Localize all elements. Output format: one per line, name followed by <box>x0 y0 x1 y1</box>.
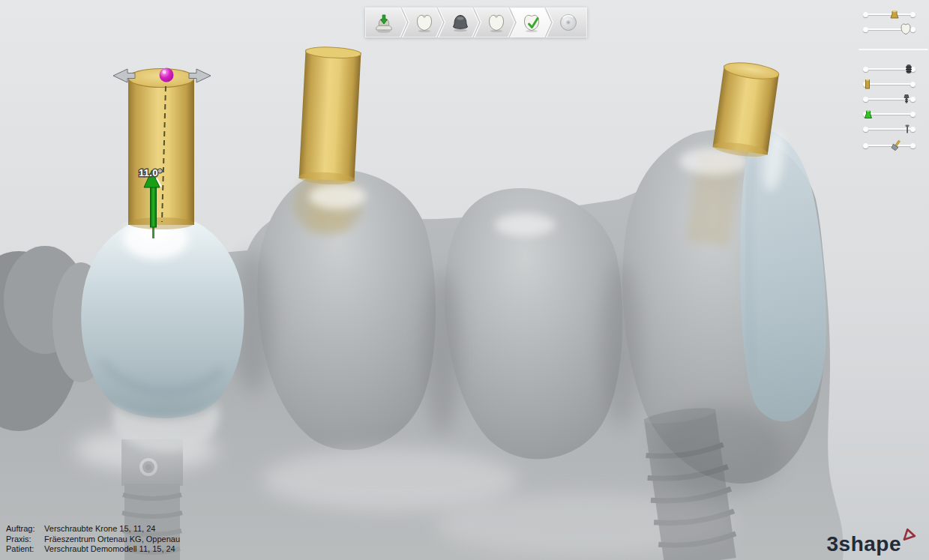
visibility-slider-abutment-screw[interactable] <box>863 92 916 106</box>
order-value: Verschraubt Demomodell 11, 15, 24 <box>44 544 175 553</box>
order-info-row: Auftrag: Verschraubte Krone 15, 11, 24 <box>6 524 180 535</box>
slider-knob[interactable] <box>889 8 901 20</box>
slider-track[interactable] <box>865 98 914 100</box>
workflow-step-crown-design-2[interactable] <box>475 7 515 37</box>
visibility-slider-implant[interactable] <box>863 62 916 76</box>
order-label: Praxis: <box>6 535 42 545</box>
screw-channel-1[interactable] <box>128 69 194 230</box>
slider-track[interactable] <box>865 83 914 85</box>
workflow-toolbar <box>365 7 587 37</box>
workflow-step-finalize-design[interactable] <box>511 7 551 37</box>
logo-text: 3shape <box>827 533 902 556</box>
crown-tooth-24[interactable] <box>740 130 826 422</box>
gold-abutment-icon <box>889 8 901 20</box>
3shape-logo: 3shape <box>827 533 919 556</box>
workflow-step-abutment-design[interactable] <box>439 7 479 37</box>
workflow-step-manufacture[interactable] <box>547 7 588 37</box>
abutment-screw-icon <box>901 93 913 105</box>
order-label: Auftrag: <box>6 524 42 535</box>
slider-track[interactable] <box>865 28 914 30</box>
order-info-row: Patient: Verschraubt Demomodell 11, 15, … <box>6 544 180 555</box>
insertion-pin-icon <box>890 139 902 151</box>
insertion-angle-label: 11.0° <box>139 167 162 178</box>
green-abutment-icon <box>862 108 874 120</box>
logo-triangle-icon <box>902 528 919 544</box>
lab-screw-icon <box>901 123 913 135</box>
slider-end-dot <box>863 143 868 148</box>
slider-end-dot <box>910 143 916 148</box>
slider-end-dot <box>863 67 868 72</box>
crown-icon <box>900 23 912 35</box>
gold-sleeve-icon <box>862 78 874 90</box>
slider-knob[interactable] <box>901 123 913 135</box>
order-info: Auftrag: Verschraubte Krone 15, 11, 24 P… <box>6 524 180 555</box>
visibility-slider-anatomy[interactable] <box>863 22 916 36</box>
workflow-step-abutment-insert-direction[interactable] <box>365 7 407 37</box>
slider-end-dot <box>863 127 868 132</box>
slider-knob[interactable] <box>890 139 902 151</box>
visibility-slider-gold-sleeve[interactable] <box>863 77 916 91</box>
workflow-step-crown-design-1[interactable] <box>403 7 443 37</box>
slider-track[interactable] <box>865 13 914 15</box>
slider-end-dot <box>910 82 916 87</box>
disc-icon <box>561 15 577 31</box>
application-window: 11.0° <box>0 0 929 560</box>
visibility-slider-lab-screw[interactable] <box>863 122 916 136</box>
direction-handle-sphere[interactable] <box>160 68 174 82</box>
panel-group-divider <box>859 49 928 50</box>
screw-channel-2[interactable] <box>298 46 361 186</box>
slider-track[interactable] <box>865 128 914 130</box>
slider-track[interactable] <box>865 68 914 70</box>
visibility-panel <box>863 7 916 154</box>
slider-knob[interactable] <box>901 93 913 105</box>
slider-knob[interactable] <box>862 78 874 90</box>
slider-end-dot <box>863 27 868 32</box>
visibility-slider-emergence[interactable] <box>863 107 916 121</box>
order-info-row: Praxis: Fräeszentrum Ortenau KG, Oppenau <box>6 535 180 545</box>
visibility-slider-insertion-pin[interactable] <box>863 139 916 152</box>
slider-track[interactable] <box>865 145 914 146</box>
slider-knob[interactable] <box>900 23 912 35</box>
slider-end-dot <box>863 12 868 17</box>
3d-viewport[interactable]: 11.0° <box>0 0 929 560</box>
slider-knob[interactable] <box>862 108 874 120</box>
slider-end-dot <box>910 12 916 17</box>
implant-icon <box>903 63 915 75</box>
slider-track[interactable] <box>865 113 914 115</box>
order-value: Fräeszentrum Ortenau KG, Oppenau <box>44 535 180 544</box>
slider-end-dot <box>910 112 916 117</box>
slider-end-dot <box>863 97 868 102</box>
slider-knob[interactable] <box>903 63 915 75</box>
order-value: Verschraubte Krone 15, 11, 24 <box>44 524 155 533</box>
visibility-slider-abutment[interactable] <box>863 7 916 21</box>
order-label: Patient: <box>6 544 42 555</box>
